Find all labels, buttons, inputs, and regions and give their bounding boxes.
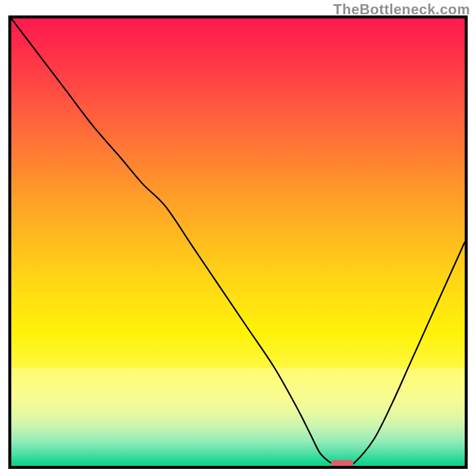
optimal-marker xyxy=(331,460,353,467)
bottleneck-curve xyxy=(11,18,465,466)
chart-container: TheBottleneck.com xyxy=(0,0,476,476)
plot-area xyxy=(8,15,468,469)
